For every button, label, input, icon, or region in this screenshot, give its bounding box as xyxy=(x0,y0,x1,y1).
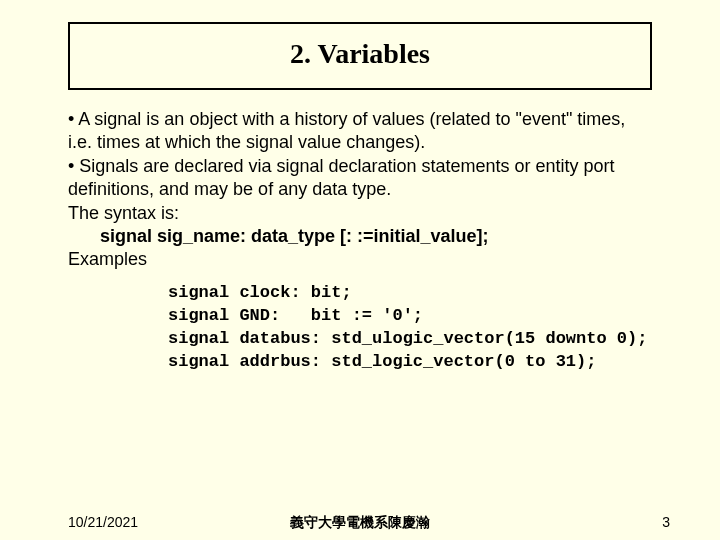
code-examples: signal clock: bit; signal GND: bit := '0… xyxy=(168,282,652,374)
title-box: 2. Variables xyxy=(68,22,652,90)
examples-label: Examples xyxy=(68,248,652,271)
footer-center: 義守大學電機系陳慶瀚 xyxy=(0,514,720,532)
slide-title: 2. Variables xyxy=(70,38,650,70)
content-area: • A signal is an object with a history o… xyxy=(68,108,652,373)
bullet-1: • A signal is an object with a history o… xyxy=(68,108,652,155)
bullet-2: • Signals are declared via signal declar… xyxy=(68,155,652,202)
footer-page-number: 3 xyxy=(662,514,670,530)
syntax-intro: The syntax is: xyxy=(68,202,652,225)
syntax-line: signal sig_name: data_type [: :=initial_… xyxy=(100,225,652,248)
